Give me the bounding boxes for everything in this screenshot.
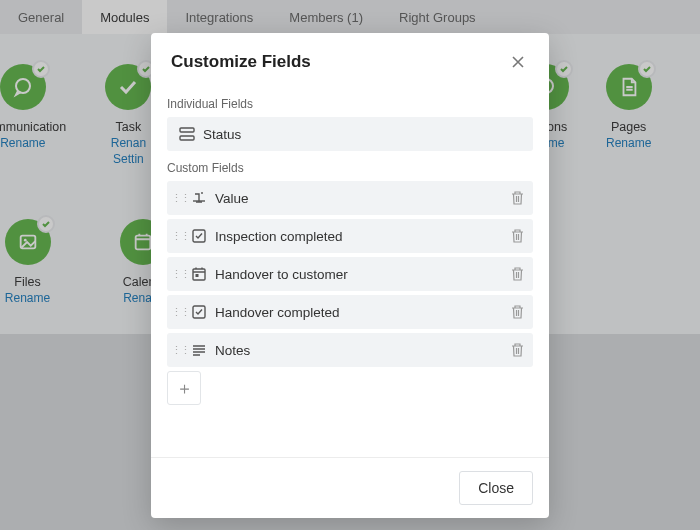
modal-title: Customize Fields	[171, 52, 311, 72]
individual-fields-label: Individual Fields	[167, 97, 533, 111]
customize-fields-modal: Customize Fields Individual Fields Statu…	[151, 33, 549, 518]
field-name: Handover completed	[215, 305, 509, 320]
trash-icon[interactable]	[509, 228, 525, 244]
trash-icon[interactable]	[509, 304, 525, 320]
drag-handle-icon[interactable]: ⋮⋮	[175, 268, 185, 281]
field-row-inspection[interactable]: ⋮⋮ Inspection completed	[167, 219, 533, 253]
custom-fields-label: Custom Fields	[167, 161, 533, 175]
field-row-handover-completed[interactable]: ⋮⋮ Handover completed	[167, 295, 533, 329]
field-name: Handover to customer	[215, 267, 509, 282]
plus-icon: ＋	[176, 380, 193, 397]
field-name: Notes	[215, 343, 509, 358]
status-field-icon	[179, 126, 195, 142]
field-row-value[interactable]: ⋮⋮ Value	[167, 181, 533, 215]
field-row-handover-date[interactable]: ⋮⋮ Handover to customer	[167, 257, 533, 291]
svg-rect-8	[193, 269, 205, 280]
text-field-icon	[191, 342, 207, 358]
svg-rect-9	[196, 274, 199, 277]
trash-icon[interactable]	[509, 190, 525, 206]
field-name: Inspection completed	[215, 229, 509, 244]
checkbox-field-icon	[191, 228, 207, 244]
field-name: Status	[203, 127, 525, 142]
close-icon[interactable]	[507, 51, 529, 73]
field-name: Value	[215, 191, 509, 206]
trash-icon[interactable]	[509, 342, 525, 358]
svg-rect-5	[180, 128, 194, 132]
drag-handle-icon[interactable]: ⋮⋮	[175, 192, 185, 205]
close-button-label: Close	[478, 480, 514, 496]
add-field-button[interactable]: ＋	[167, 371, 201, 405]
close-button[interactable]: Close	[459, 471, 533, 505]
number-field-icon	[191, 190, 207, 206]
drag-handle-icon[interactable]: ⋮⋮	[175, 344, 185, 357]
svg-rect-6	[180, 136, 194, 140]
trash-icon[interactable]	[509, 266, 525, 282]
field-row-status[interactable]: Status	[167, 117, 533, 151]
drag-handle-icon[interactable]: ⋮⋮	[175, 230, 185, 243]
checkbox-field-icon	[191, 304, 207, 320]
drag-handle-icon[interactable]: ⋮⋮	[175, 306, 185, 319]
date-field-icon	[191, 266, 207, 282]
field-row-notes[interactable]: ⋮⋮ Notes	[167, 333, 533, 367]
